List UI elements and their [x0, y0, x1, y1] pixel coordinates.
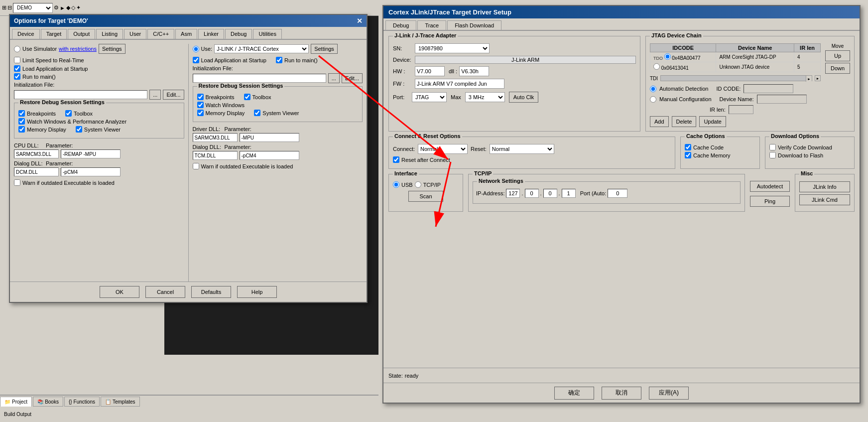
auto-detect-radio[interactable]	[650, 86, 656, 92]
port-input[interactable]	[608, 189, 627, 198]
tcpip-radio[interactable]	[415, 181, 421, 188]
tab-books[interactable]: 📚 Books	[33, 397, 63, 407]
move-down-button[interactable]: Down	[825, 63, 850, 74]
memory-display-check-right[interactable]	[197, 110, 204, 116]
max-select[interactable]: 3 MHz	[465, 92, 505, 102]
init-browse-right[interactable]: ...	[328, 73, 340, 83]
tab-cpp[interactable]: C/C++	[147, 29, 174, 39]
tab-utilities[interactable]: Utilities	[253, 29, 281, 39]
update-button[interactable]: Update	[699, 116, 726, 127]
jlink-ok-button[interactable]: 确定	[554, 387, 594, 400]
load-app-check-right[interactable]	[193, 57, 199, 63]
port-select[interactable]: JTAG	[412, 92, 447, 102]
memory-display-check-left[interactable]	[18, 126, 25, 133]
run-to-main-check-right[interactable]	[276, 57, 282, 63]
breakpoints-check-left[interactable]	[18, 110, 25, 117]
warn-check-right[interactable]	[193, 163, 199, 169]
auto-clk-button[interactable]: Auto Clk	[509, 92, 539, 103]
limit-speed-check[interactable]	[14, 57, 20, 63]
usb-radio[interactable]	[393, 181, 399, 188]
tab-functions[interactable]: {} Functions	[64, 397, 100, 407]
connect-select[interactable]: Normal	[418, 144, 468, 154]
init-edit-right[interactable]: Edit...	[342, 73, 363, 83]
system-viewer-check-left[interactable]	[76, 126, 82, 133]
use-simulator-radio[interactable]	[14, 46, 20, 52]
run-to-main-check-left[interactable]	[14, 73, 20, 80]
add-button[interactable]: Add	[650, 116, 669, 127]
tab-device[interactable]: Device	[12, 29, 40, 39]
tab-user[interactable]: User	[124, 29, 146, 39]
watch-windows-check-left[interactable]	[18, 118, 25, 125]
dialog-param-input[interactable]	[61, 167, 121, 176]
tab-target[interactable]: Target	[41, 29, 67, 39]
scan-button[interactable]: Scan	[408, 191, 443, 202]
warn-check-left[interactable]	[14, 179, 20, 186]
defaults-button[interactable]: Defaults	[191, 286, 231, 298]
init-file-input-left[interactable]	[14, 90, 147, 99]
device-name-input[interactable]	[757, 95, 807, 104]
system-viewer-check-right[interactable]	[254, 110, 260, 116]
driver-dll-input[interactable]	[193, 133, 238, 142]
reset-select[interactable]: Normal	[490, 144, 554, 154]
cache-code-check[interactable]	[685, 144, 691, 150]
manual-config-radio[interactable]	[650, 96, 656, 103]
id-code-input[interactable]	[744, 84, 793, 93]
dialog-dll-input-r[interactable]	[193, 151, 238, 160]
reset-after-label: Reset after Connect	[401, 157, 450, 163]
tab-listing[interactable]: Listing	[96, 29, 123, 39]
jlink-cmd-button[interactable]: JLink Cmd	[799, 194, 850, 205]
init-file-input-right[interactable]	[193, 74, 326, 83]
jlink-select[interactable]: J-LINK / J-TRACE Cortex	[214, 44, 309, 53]
cancel-button[interactable]: Cancel	[145, 286, 185, 298]
toolbox-check-right[interactable]	[244, 94, 250, 100]
cpu-dll-input[interactable]	[14, 149, 59, 158]
tab-output[interactable]: Output	[68, 29, 95, 39]
reset-after-check[interactable]	[393, 156, 399, 163]
driver-param-input[interactable]	[240, 133, 299, 142]
watch-windows-check-right[interactable]	[197, 102, 204, 108]
help-button[interactable]: Help	[237, 286, 277, 298]
delete-button[interactable]: Delete	[672, 116, 697, 127]
use-jlink-radio[interactable]	[193, 46, 199, 52]
dialog-dll-input[interactable]	[14, 167, 59, 176]
cache-memory-check[interactable]	[685, 152, 691, 158]
tab-debug[interactable]: Debug	[225, 29, 252, 39]
tab-project[interactable]: 📁 Project	[0, 397, 32, 407]
jlink-cancel-button[interactable]: 取消	[602, 387, 641, 400]
ip3-input[interactable]	[543, 189, 557, 198]
toolbox-check-left[interactable]	[65, 110, 72, 117]
tab-templates[interactable]: 📋 Templates	[101, 397, 140, 407]
jlink-tab-trace[interactable]: Trace	[417, 20, 446, 30]
options-close-button[interactable]: ✕	[357, 17, 363, 25]
ip2-input[interactable]	[525, 189, 539, 198]
jtag-row-radio-0[interactable]	[664, 53, 671, 60]
jlink-tab-debug[interactable]: Debug	[385, 20, 416, 30]
ip4-input[interactable]	[562, 189, 576, 198]
init-browse-left[interactable]: ...	[149, 90, 161, 100]
jlink-info-button[interactable]: JLink Info	[799, 181, 850, 192]
sn-select[interactable]: 19087980	[415, 43, 490, 53]
ip1-input[interactable]	[506, 189, 520, 198]
ir-len-input[interactable]	[729, 105, 753, 114]
jtag-col-name: Device Name	[716, 44, 794, 52]
breakpoints-check-right[interactable]	[197, 94, 204, 100]
tab-asm[interactable]: Asm	[175, 29, 197, 39]
verify-code-check[interactable]	[769, 144, 776, 150]
jtag-row-radio-1[interactable]	[653, 63, 660, 70]
autodetect-button[interactable]: Autodetect	[750, 181, 790, 192]
sim-settings-button[interactable]: Settings	[99, 44, 125, 54]
download-flash-check[interactable]	[769, 152, 776, 158]
dialog-param-input-r[interactable]	[240, 151, 299, 160]
ok-button[interactable]: OK	[100, 286, 139, 298]
jlink-apply-button[interactable]: 应用(A)	[649, 387, 689, 400]
move-up-button[interactable]: Up	[825, 50, 850, 61]
tab-linker[interactable]: Linker	[198, 29, 224, 39]
load-app-check-left[interactable]	[14, 65, 20, 72]
demo-selector[interactable]: DEMO	[13, 3, 53, 13]
with-restrictions-link[interactable]: with restrictions	[59, 46, 97, 52]
jlink-settings-button[interactable]: Settings	[311, 44, 338, 54]
cpu-param-input[interactable]	[61, 149, 121, 158]
jlink-tab-flash[interactable]: Flash Download	[447, 20, 501, 30]
ping-button[interactable]: Ping	[750, 196, 790, 207]
init-edit-left[interactable]: Edit...	[163, 90, 184, 100]
